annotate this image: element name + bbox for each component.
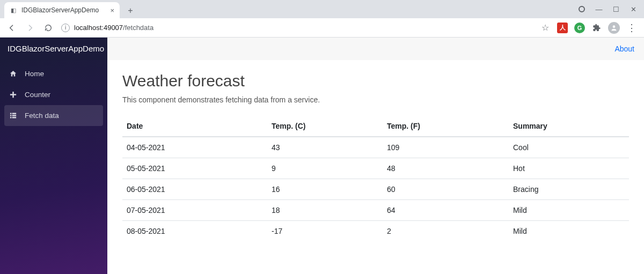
sidebar-item-label: Home	[25, 70, 44, 78]
cell-summary: Bracing	[509, 179, 629, 200]
cell-temp_c: -17	[267, 221, 383, 242]
page-lead: This component demonstrates fetching dat…	[122, 95, 629, 104]
cell-temp_c: 16	[267, 179, 383, 200]
tab-strip: ◧ IDGBlazorServerAppDemo × + — ☐ ✕	[0, 0, 644, 18]
sidebar-item-label: Fetch data	[25, 112, 59, 120]
forward-button[interactable]	[23, 20, 38, 35]
profile-avatar[interactable]	[608, 21, 620, 34]
home-icon	[9, 70, 17, 78]
page-title: Weather forecast	[122, 72, 629, 90]
site-info-icon[interactable]: i	[61, 24, 70, 32]
plus-icon	[9, 91, 17, 99]
cell-date: 04-05-2021	[122, 137, 267, 158]
col-header-temp-c: Temp. (C)	[267, 116, 383, 137]
svg-rect-5	[10, 117, 11, 119]
sidebar-item-home[interactable]: Home	[0, 63, 107, 84]
maximize-button[interactable]: ☐	[609, 2, 624, 17]
favicon-icon: ◧	[10, 6, 17, 14]
cell-temp_f: 64	[383, 200, 509, 221]
browser-toolbar: i localhost:49007/fetchdata ☆ 人 G ⋮	[0, 18, 644, 38]
top-nav: About	[107, 38, 644, 60]
close-window-button[interactable]: ✕	[626, 2, 641, 17]
svg-rect-3	[10, 115, 11, 116]
table-header-row: Date Temp. (C) Temp. (F) Summary	[122, 116, 629, 137]
sidebar-item-label: Counter	[25, 91, 50, 99]
sidebar: Home Counter Fetch data	[0, 60, 107, 274]
cell-summary: Hot	[509, 158, 629, 179]
main-content: Weather forecast This component demonstr…	[107, 60, 644, 274]
table-row: 04-05-202143109Cool	[122, 137, 629, 158]
col-header-summary: Summary	[509, 116, 629, 137]
brand-title: IDGBlazorServerAppDemo	[0, 38, 107, 60]
cell-summary: Mild	[509, 200, 629, 221]
window-controls: — ☐ ✕	[574, 0, 644, 18]
tab-title: IDGBlazorServerAppDemo	[21, 6, 106, 14]
bookmark-icon[interactable]: ☆	[539, 21, 552, 34]
svg-rect-2	[12, 113, 16, 115]
cell-temp_c: 18	[267, 200, 383, 221]
cell-temp_f: 60	[383, 179, 509, 200]
cell-summary: Mild	[509, 221, 629, 242]
sidebar-item-counter[interactable]: Counter	[0, 84, 107, 105]
app-body: Home Counter Fetch data Weather forecast…	[0, 60, 644, 274]
cell-summary: Cool	[509, 137, 629, 158]
back-button[interactable]	[4, 20, 19, 35]
about-link[interactable]: About	[614, 45, 634, 53]
app-header: IDGBlazorServerAppDemo About	[0, 38, 644, 60]
cell-temp_c: 43	[267, 137, 383, 158]
reload-button[interactable]	[41, 20, 56, 35]
svg-rect-1	[10, 113, 11, 115]
table-row: 05-05-2021948Hot	[122, 158, 629, 179]
svg-point-0	[613, 25, 616, 28]
cell-date: 07-05-2021	[122, 200, 267, 221]
extension-pdf-icon[interactable]: 人	[556, 21, 569, 34]
close-tab-icon[interactable]: ×	[110, 6, 114, 14]
extension-grammarly-icon[interactable]: G	[573, 21, 586, 34]
cell-date: 05-05-2021	[122, 158, 267, 179]
toolbar-right: ☆ 人 G ⋮	[539, 21, 640, 34]
cell-temp_f: 48	[383, 158, 509, 179]
cell-temp_f: 2	[383, 221, 509, 242]
minimize-button[interactable]: —	[591, 2, 606, 17]
table-row: 07-05-20211864Mild	[122, 200, 629, 221]
list-icon	[9, 112, 17, 120]
browser-chrome: ◧ IDGBlazorServerAppDemo × + — ☐ ✕ i loc…	[0, 0, 644, 38]
sidebar-item-fetch-data[interactable]: Fetch data	[4, 105, 103, 126]
cell-date: 06-05-2021	[122, 179, 267, 200]
table-row: 06-05-20211660Bracing	[122, 179, 629, 200]
browser-tab[interactable]: ◧ IDGBlazorServerAppDemo ×	[4, 2, 120, 18]
cell-date: 08-05-2021	[122, 221, 267, 242]
chrome-menu-icon[interactable]: ⋮	[625, 21, 638, 34]
cell-temp_c: 9	[267, 158, 383, 179]
svg-rect-6	[12, 117, 16, 119]
address-bar[interactable]: i localhost:49007/fetchdata	[59, 24, 536, 32]
url-path: /fetchdata	[123, 24, 153, 32]
extensions-icon[interactable]	[590, 21, 603, 34]
forecast-table: Date Temp. (C) Temp. (F) Summary 04-05-2…	[122, 116, 629, 241]
url-host: localhost:49007	[74, 24, 123, 32]
availability-icon[interactable]	[574, 2, 589, 17]
svg-rect-4	[12, 115, 16, 116]
col-header-temp-f: Temp. (F)	[383, 116, 509, 137]
col-header-date: Date	[122, 116, 267, 137]
new-tab-button[interactable]: +	[123, 3, 138, 18]
cell-temp_f: 109	[383, 137, 509, 158]
table-row: 08-05-2021-172Mild	[122, 221, 629, 242]
